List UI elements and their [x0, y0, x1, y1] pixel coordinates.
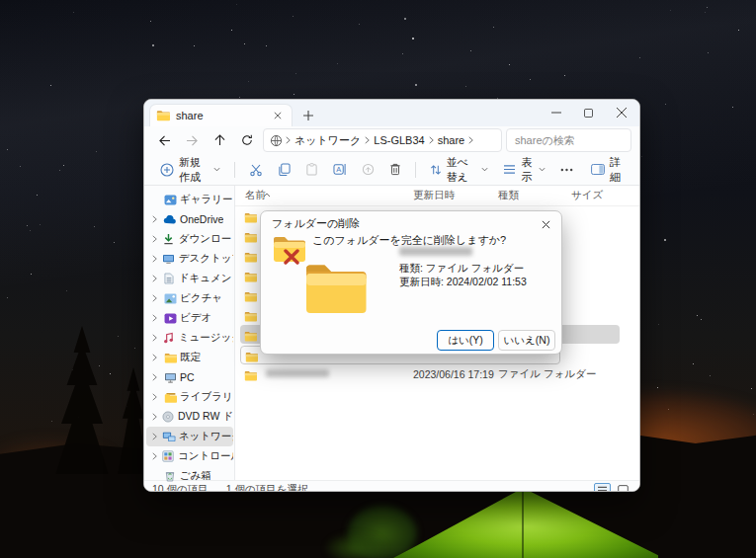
folder-icon	[163, 351, 177, 364]
column-header-date[interactable]: 更新日時	[413, 189, 455, 202]
expand-chevron-icon[interactable]	[151, 235, 159, 243]
view-button[interactable]: 表示	[497, 152, 550, 188]
desktop-icon	[162, 252, 176, 266]
folder-icon	[244, 269, 259, 281]
sidebar-item-network[interactable]: ネットワーク	[146, 427, 233, 446]
paste-icon	[305, 163, 318, 176]
new-button-label: 新規作成	[179, 155, 209, 185]
search-input[interactable]: shareの検索	[506, 128, 631, 152]
breadcrumb-chevron-icon	[428, 136, 435, 144]
column-header-type[interactable]: 種類	[498, 189, 519, 202]
sidebar-item-label: ダウンロード	[179, 232, 233, 246]
breadcrumb-chevron-icon	[467, 136, 474, 144]
tab-title: share	[176, 110, 264, 121]
thumbnail-view-toggle[interactable]	[615, 483, 631, 493]
share-button[interactable]	[356, 160, 380, 179]
sidebar-item-pictures[interactable]: ピクチャ	[146, 288, 233, 308]
back-icon[interactable]	[152, 129, 176, 151]
breadcrumb-segment[interactable]: ネットワーク	[292, 133, 364, 148]
expand-chevron-icon[interactable]	[151, 255, 159, 263]
maximize-icon[interactable]	[572, 100, 605, 125]
window-controls	[540, 100, 637, 125]
sidebar-item-control-panel[interactable]: コントロール パネ	[146, 446, 233, 466]
delete-button[interactable]	[383, 160, 407, 179]
control-panel-icon	[161, 449, 175, 463]
sidebar-item-onedrive[interactable]: OneDrive	[146, 209, 233, 229]
file-row[interactable]: 2023/06/16 17:19ファイル フォルダー	[240, 364, 620, 383]
expand-chevron-icon[interactable]	[151, 334, 159, 342]
dialog-title: フォルダーの削除	[272, 216, 360, 231]
expand-chevron-icon[interactable]	[151, 433, 159, 440]
breadcrumb[interactable]: ネットワークLS-GLB34share	[263, 128, 502, 152]
list-view-toggle[interactable]	[594, 483, 611, 493]
search-placeholder: shareの検索	[515, 133, 575, 148]
minimize-icon[interactable]	[540, 100, 572, 125]
sidebar-item-folder[interactable]: 既定	[146, 348, 233, 367]
view-button-label: 表示	[521, 155, 533, 185]
chevron-down-icon	[539, 167, 546, 172]
sidebar-item-label: デスクトップ	[179, 252, 233, 266]
tab-share[interactable]: share	[149, 104, 293, 126]
copy-button[interactable]	[272, 160, 296, 179]
chevron-down-icon	[481, 167, 488, 172]
dialog-close-icon[interactable]	[538, 216, 553, 232]
expand-chevron-icon[interactable]	[151, 294, 160, 302]
expand-chevron-icon[interactable]	[151, 452, 158, 460]
navigation-pane: ギャラリーOneDriveダウンロードデスクトップドキュメントピクチャビデオミュ…	[144, 186, 235, 480]
yes-button[interactable]: はい(Y)	[437, 330, 494, 351]
downloads-icon	[162, 232, 176, 246]
more-button[interactable]	[554, 165, 579, 175]
delete-folder-icon	[272, 233, 307, 271]
breadcrumb-items: ネットワークLS-GLB34share	[285, 133, 474, 148]
column-header-size[interactable]: サイズ	[571, 189, 603, 202]
expand-chevron-icon[interactable]	[151, 215, 160, 223]
expand-chevron-icon[interactable]	[151, 354, 160, 361]
no-button[interactable]: いいえ(N)	[498, 330, 555, 351]
new-button[interactable]: 新規作成	[154, 152, 226, 188]
sidebar-item-label: ギャラリー	[180, 193, 232, 206]
expand-chevron-icon[interactable]	[151, 314, 160, 322]
redacted-folder-name	[399, 247, 472, 256]
sidebar-item-pc[interactable]: PC	[146, 367, 233, 387]
folder-icon	[156, 110, 170, 121]
folder-icon	[244, 288, 259, 301]
sidebar-item-label: 既定	[180, 351, 201, 364]
breadcrumb-segment[interactable]: share	[435, 134, 468, 146]
sidebar-item-downloads[interactable]: ダウンロード	[146, 229, 233, 249]
new-tab-button[interactable]	[300, 108, 316, 123]
expand-chevron-icon[interactable]	[151, 413, 158, 421]
view-lines-icon	[503, 164, 516, 175]
sidebar-item-videos[interactable]: ビデオ	[146, 308, 233, 328]
refresh-icon[interactable]	[235, 129, 259, 151]
sidebar-item-label: ビデオ	[180, 311, 211, 325]
folder-icon	[244, 308, 259, 321]
tab-bar: share	[144, 100, 639, 126]
sidebar-item-documents[interactable]: ドキュメント	[146, 269, 233, 288]
sidebar-item-desktop[interactable]: デスクトップ	[146, 249, 233, 269]
sidebar-item-label: ピクチャ	[180, 291, 222, 305]
sidebar-item-gallery[interactable]: ギャラリー	[146, 190, 233, 209]
up-icon[interactable]	[208, 129, 231, 151]
paste-button[interactable]	[299, 160, 324, 179]
rename-button[interactable]: A	[327, 160, 353, 179]
sidebar-item-music[interactable]: ミュージック	[146, 328, 233, 348]
details-pane-button[interactable]: 詳細	[585, 152, 630, 188]
cut-icon	[249, 163, 263, 177]
copy-icon	[278, 163, 291, 176]
breadcrumb-segment[interactable]: LS-GLB34	[371, 134, 427, 146]
sidebar-item-dvd[interactable]: DVD RW ドライ	[146, 407, 233, 427]
forward-icon[interactable]	[180, 129, 204, 151]
expand-chevron-icon[interactable]	[151, 275, 159, 282]
expand-chevron-icon[interactable]	[151, 373, 160, 381]
plus-circle-icon	[160, 163, 174, 177]
sidebar-item-library[interactable]: ライブラリ	[146, 387, 233, 407]
expand-chevron-icon[interactable]	[151, 393, 160, 401]
sidebar-item-recycle-bin[interactable]: ごみ箱	[146, 466, 233, 486]
cut-button[interactable]	[243, 160, 269, 180]
sort-button[interactable]: 並べ替え	[424, 152, 495, 188]
tab-close-icon[interactable]	[270, 108, 286, 123]
videos-icon	[163, 311, 177, 325]
column-header-name[interactable]: 名前	[245, 189, 266, 202]
toolbar: 新規作成 A 並べ替え 表示 詳細	[144, 154, 639, 186]
close-icon[interactable]	[605, 100, 637, 125]
